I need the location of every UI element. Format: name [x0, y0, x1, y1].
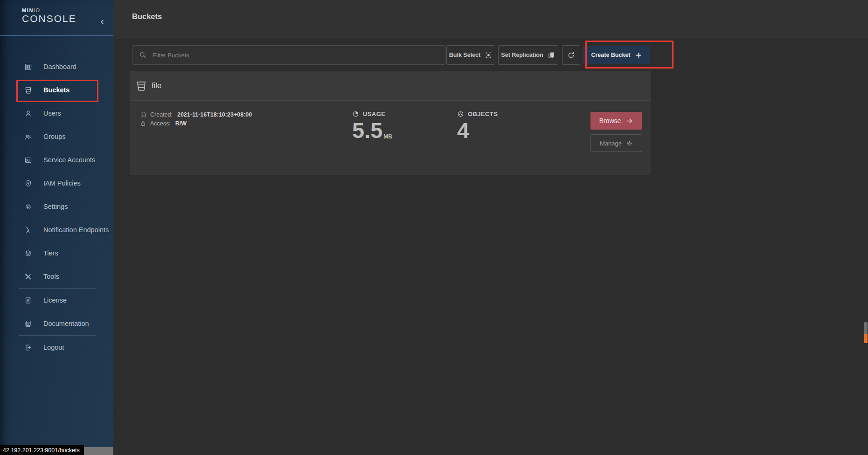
filter-buckets-input[interactable] [152, 51, 439, 59]
sidebar-item-notification-endpoints[interactable]: Notification Endpoints [0, 218, 113, 241]
tools-icon [24, 273, 32, 281]
copy-icon [548, 51, 556, 59]
refresh-icon [567, 51, 576, 60]
sidebar-item-label: Service Accounts [43, 156, 95, 164]
objects-label-row: OBJECTS [457, 110, 498, 117]
sidebar-collapse-icon[interactable]: ‹ [97, 15, 107, 27]
sidebar-item-label: Dashboard [43, 63, 76, 70]
objects-value: 4 [457, 122, 469, 139]
horizontal-scrollbar-thumb[interactable] [83, 447, 113, 455]
bulk-select-label: Bulk Select [449, 52, 480, 58]
gear-icon [626, 140, 633, 147]
logo-brand-light: IO [34, 7, 41, 13]
logo-brand-bold: MIN [22, 7, 34, 13]
minio-logo: MINIO [22, 8, 113, 13]
calendar-icon [140, 111, 146, 118]
objects-stat: OBJECTS 4 [457, 110, 498, 139]
buckets-icon [24, 86, 32, 94]
sidebar-item-label: Tools [43, 273, 59, 280]
minio-console-window: MINIO CONSOLE ‹ DashboardBucketsUsersGro… [0, 0, 868, 455]
sidebar-item-label: IAM Policies [43, 179, 81, 187]
sidebar-nav: DashboardBucketsUsersGroupsService Accou… [0, 55, 113, 359]
sidebar-item-label: Notification Endpoints [43, 226, 109, 234]
notification-endpoints-icon [24, 226, 32, 234]
usage-pie-icon [352, 110, 359, 117]
bucket-card: file Created: 2021-11-16T18:10:23+08:00 … [130, 71, 651, 175]
set-replication-button[interactable]: Set Replication [498, 45, 558, 65]
bucket-created-row: Created: 2021-11-16T18:10:23+08:00 [140, 111, 252, 118]
sidebar-item-buckets[interactable]: Buckets [0, 78, 113, 102]
logout-icon [24, 344, 32, 352]
settings-icon [24, 203, 32, 211]
sidebar-item-label: Groups [43, 133, 66, 140]
sidebar-item-settings[interactable]: Settings [0, 195, 113, 218]
usage-stat: USAGE 5.5 MB [352, 110, 392, 139]
dashboard-icon [24, 63, 32, 71]
tiers-icon [24, 249, 32, 257]
filter-buckets-search[interactable] [132, 45, 445, 65]
groups-icon [24, 133, 32, 141]
sidebar-item-documentation[interactable]: Documentation [0, 312, 113, 335]
bulk-select-icon [485, 51, 493, 59]
manage-label: Manage [600, 140, 622, 147]
search-icon [139, 51, 147, 59]
access-label: Access: [150, 120, 171, 127]
usage-value: 5.5 [352, 122, 382, 139]
sidebar-item-groups[interactable]: Groups [0, 125, 113, 148]
create-bucket-button[interactable]: Create Bucket [583, 46, 650, 64]
users-icon [24, 110, 32, 117]
bulk-select-button[interactable]: Bulk Select [446, 45, 495, 65]
vertical-scrollbar-orange-marker[interactable] [864, 334, 868, 343]
manage-button[interactable]: Manage [590, 134, 642, 152]
bucket-info: Created: 2021-11-16T18:10:23+08:00 Acces… [140, 111, 252, 127]
vertical-scrollbar-thumb[interactable] [864, 322, 868, 334]
set-replication-label: Set Replication [501, 52, 543, 58]
sidebar-item-users[interactable]: Users [0, 102, 113, 125]
bucket-name: file [152, 81, 161, 90]
sidebar-item-label: Buckets [43, 86, 69, 94]
iam-policies-icon [24, 179, 32, 187]
sidebar-item-label: Users [43, 110, 61, 117]
sidebar-item-logout[interactable]: Logout [0, 336, 113, 359]
created-label: Created: [150, 111, 173, 118]
usage-label: USAGE [363, 110, 385, 117]
arrow-right-icon [625, 117, 633, 125]
sidebar-item-service-accounts[interactable]: Service Accounts [0, 148, 113, 172]
objects-label: OBJECTS [468, 110, 498, 117]
bucket-icon [135, 80, 147, 92]
sidebar-item-tiers[interactable]: Tiers [0, 241, 113, 265]
browse-button[interactable]: Browse [590, 112, 642, 130]
sidebar: MINIO CONSOLE ‹ DashboardBucketsUsersGro… [0, 0, 113, 455]
browse-label: Browse [599, 117, 621, 124]
status-url-tooltip: 42.192.201.223:9001/buckets [0, 445, 84, 455]
bucket-access-row: Access: R/W [140, 120, 252, 127]
sidebar-item-label: Documentation [43, 320, 89, 327]
create-bucket-label: Create Bucket [591, 52, 630, 58]
service-accounts-icon [24, 156, 32, 164]
main-content: Buckets Bulk Select Set Replication Crea… [113, 0, 868, 455]
bucket-card-header[interactable]: file [130, 71, 651, 101]
page-header-band [113, 0, 868, 39]
sidebar-item-label: Settings [43, 203, 68, 210]
sidebar-item-label: Tiers [43, 249, 58, 257]
created-value: 2021-11-16T18:10:23+08:00 [177, 111, 252, 118]
refresh-button[interactable] [562, 45, 580, 65]
usage-label-row: USAGE [352, 110, 392, 117]
access-value: R/W [175, 120, 187, 127]
plus-icon [635, 51, 643, 59]
sidebar-item-tools[interactable]: Tools [0, 265, 113, 288]
lock-icon [140, 120, 146, 127]
usage-unit: MB [383, 135, 392, 139]
license-icon [24, 296, 32, 304]
sidebar-header: MINIO CONSOLE ‹ [0, 0, 113, 36]
page-title: Buckets [132, 12, 162, 21]
sidebar-item-dashboard[interactable]: Dashboard [0, 55, 113, 78]
objects-icon [457, 110, 464, 117]
sidebar-item-license[interactable]: License [0, 289, 113, 312]
objects-value-row: 4 [457, 122, 498, 139]
sidebar-item-label: License [43, 296, 67, 304]
sidebar-item-iam-policies[interactable]: IAM Policies [0, 172, 113, 195]
documentation-icon [24, 320, 32, 328]
sidebar-item-label: Logout [43, 344, 64, 351]
usage-value-row: 5.5 MB [352, 122, 392, 139]
